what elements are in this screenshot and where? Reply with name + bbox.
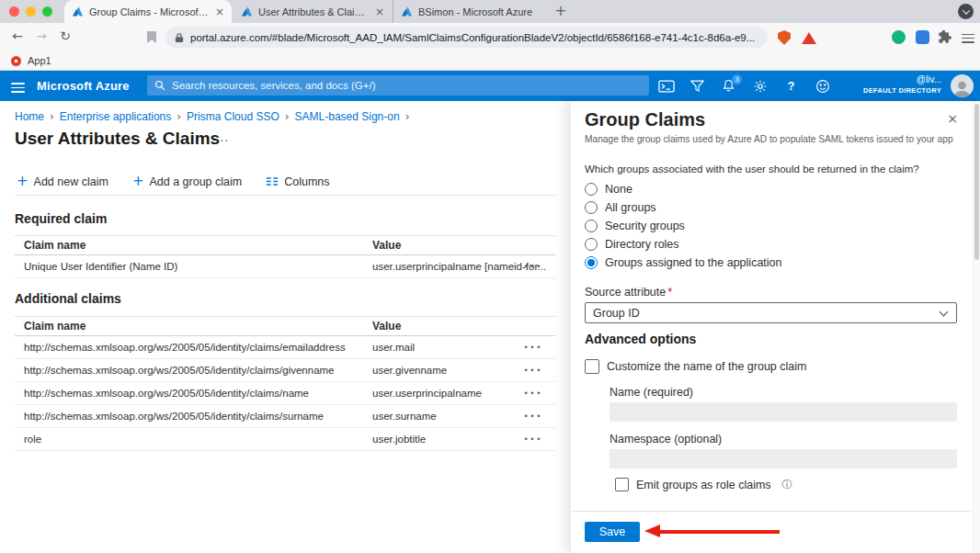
browser-toolbar: ← → ↻ portal.azure.com/#blade/Microsoft_…	[0, 23, 980, 51]
bookmark-app1[interactable]: App1	[28, 55, 51, 66]
source-attribute-label: Source attribute*	[585, 286, 672, 299]
bookmarks-bar: App1	[0, 51, 980, 71]
search-input[interactable]	[172, 80, 642, 91]
add-group-claim-label: Add a group claim	[149, 175, 242, 188]
feedback-smiley-icon[interactable]	[813, 76, 832, 96]
global-search[interactable]	[147, 75, 649, 96]
columns-button[interactable]: Columns	[266, 175, 329, 188]
tab-bsimon[interactable]: BSimon - Microsoft Azure	[393, 0, 541, 23]
shield-extension-icon[interactable]	[778, 30, 791, 45]
table-header: Claim name Value	[15, 316, 555, 336]
plus-icon: +	[17, 175, 28, 188]
more-options-icon[interactable]: •••	[524, 434, 542, 444]
directory-filter-icon[interactable]	[688, 76, 707, 96]
more-options-icon[interactable]: •••	[524, 412, 542, 421]
claim-row[interactable]: role user.jobtitle •••	[15, 428, 555, 451]
radio-icon[interactable]	[585, 201, 598, 214]
radio-none[interactable]: None	[585, 180, 782, 198]
blue-square-extension-icon[interactable]	[916, 30, 929, 44]
breadcrumb-home[interactable]: Home	[15, 110, 44, 123]
portal-menu-icon[interactable]	[11, 81, 25, 95]
more-options-icon[interactable]: •••	[524, 262, 542, 271]
emit-role-claims-checkbox-row[interactable]: Emit groups as role claims ⓘ	[615, 478, 792, 491]
settings-gear-icon[interactable]	[750, 76, 769, 96]
group-type-radio-group: None All groups Security groups Director…	[585, 180, 782, 272]
required-claim-table: Claim name Value Unique User Identifier …	[15, 235, 555, 278]
claim-name: http://schemas.xmlsoap.org/ws/2005/05/id…	[24, 365, 335, 376]
checkbox-icon[interactable]	[585, 359, 599, 374]
breadcrumb-separator: ›	[405, 110, 410, 123]
azure-header: Microsoft Azure 3 ? @liv... DEFAULT DIRE…	[0, 71, 980, 101]
window-close-button[interactable]	[9, 6, 19, 17]
avatar[interactable]	[951, 74, 974, 97]
close-icon[interactable]: ×	[215, 6, 224, 18]
radio-icon[interactable]	[585, 183, 598, 196]
azure-brand[interactable]: Microsoft Azure	[37, 79, 130, 93]
breadcrumb-prisma-cloud-sso[interactable]: Prisma Cloud SSO	[187, 110, 279, 123]
claim-row[interactable]: http://schemas.xmlsoap.org/ws/2005/05/id…	[15, 336, 555, 359]
radio-security-groups[interactable]: Security groups	[585, 217, 782, 235]
advanced-options-heading: Advanced options	[585, 332, 696, 346]
claim-value: user.userprincipalname [nameid-for...	[372, 261, 546, 272]
add-new-claim-button[interactable]: + Add new claim	[17, 175, 108, 188]
window-zoom-button[interactable]	[42, 6, 52, 17]
cloud-shell-icon[interactable]	[656, 76, 676, 96]
claim-row[interactable]: http://schemas.xmlsoap.org/ws/2005/05/id…	[15, 359, 555, 382]
claim-name: http://schemas.xmlsoap.org/ws/2005/05/id…	[24, 388, 309, 399]
address-bar[interactable]: portal.azure.com/#blade/Microsoft_AAD_IA…	[165, 27, 768, 48]
columns-label: Columns	[284, 175, 329, 188]
save-button[interactable]: Save	[585, 522, 640, 542]
more-options-icon[interactable]: •••	[524, 343, 542, 352]
source-attribute-value: Group ID	[593, 307, 640, 320]
close-icon[interactable]: ×	[375, 6, 384, 18]
browser-menu-icon[interactable]	[962, 31, 974, 45]
extensions-puzzle-icon[interactable]	[938, 29, 952, 48]
back-button[interactable]: ←	[7, 28, 28, 43]
search-icon	[154, 80, 165, 91]
chevron-down-icon	[940, 308, 949, 317]
col-value: Value	[372, 320, 401, 333]
radio-icon[interactable]	[585, 238, 598, 251]
warning-triangle-extension-icon[interactable]	[802, 32, 816, 44]
radio-selected-icon[interactable]	[585, 256, 598, 269]
help-icon[interactable]: ?	[781, 76, 801, 96]
scrollbar-thumb[interactable]	[974, 104, 979, 260]
panel-scrollbar[interactable]	[973, 101, 980, 553]
source-attribute-dropdown[interactable]: Group ID	[585, 302, 957, 323]
radio-directory-roles[interactable]: Directory roles	[585, 235, 782, 254]
green-circle-extension-icon[interactable]	[892, 30, 906, 44]
bookmark-flag-icon[interactable]	[147, 31, 156, 43]
tab-user-attributes[interactable]: User Attributes & Claims - Microsof ×	[234, 0, 392, 23]
tab-title: Group Claims - Microsoft Azure	[89, 6, 210, 17]
add-group-claim-button[interactable]: + Add a group claim	[132, 175, 242, 188]
col-claim-name: Claim name	[24, 320, 85, 333]
chevron-down-icon	[962, 6, 969, 14]
claim-row[interactable]: http://schemas.xmlsoap.org/ws/2005/05/id…	[15, 405, 555, 428]
close-icon[interactable]: ×	[947, 111, 958, 126]
checkbox-icon[interactable]	[615, 478, 629, 491]
required-claim-heading: Required claim	[15, 211, 107, 226]
radio-label: Security groups	[605, 220, 685, 232]
radio-groups-assigned[interactable]: Groups assigned to the application	[585, 254, 782, 272]
reload-button[interactable]: ↻	[55, 28, 75, 43]
breadcrumb-saml-based-sign-on[interactable]: SAML-based Sign-on	[295, 110, 400, 123]
window-minimize-button[interactable]	[26, 6, 36, 17]
tab-group-claims[interactable]: Group Claims - Microsoft Azure ×	[64, 0, 232, 23]
breadcrumb-enterprise-applications[interactable]: Enterprise applications	[60, 110, 171, 123]
more-options-icon[interactable]: •••	[524, 366, 542, 375]
radio-label: None	[605, 183, 632, 196]
radio-icon[interactable]	[585, 220, 598, 232]
account-menu[interactable]: @liv... DEFAULT DIRECTORY	[863, 74, 941, 95]
customize-name-checkbox-row[interactable]: Customize the name of the group claim	[585, 359, 806, 374]
notifications-bell-icon[interactable]: 3	[719, 76, 738, 96]
forward-button[interactable]: →	[31, 28, 51, 43]
new-tab-button[interactable]: +	[552, 2, 570, 19]
more-options-icon[interactable]: •••	[524, 389, 542, 398]
radio-all-groups[interactable]: All groups	[585, 198, 782, 217]
claim-row[interactable]: http://schemas.xmlsoap.org/ws/2005/05/id…	[15, 382, 555, 405]
azure-favicon-icon	[72, 6, 84, 17]
claim-row[interactable]: Unique User Identifier (Name ID) user.us…	[15, 255, 555, 278]
title-overflow-menu[interactable]: ···	[215, 134, 229, 148]
tab-search-button[interactable]	[958, 4, 974, 19]
toolbar-divider	[15, 195, 555, 196]
